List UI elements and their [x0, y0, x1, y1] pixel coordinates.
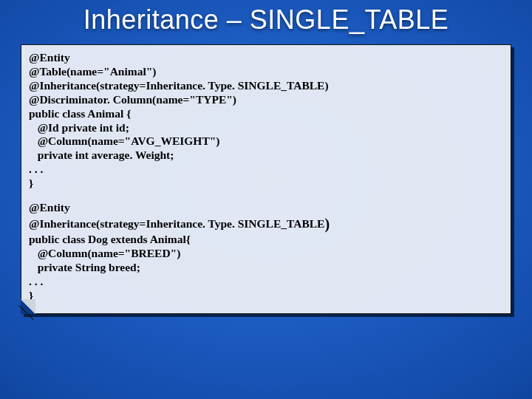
code-line: @Entity	[29, 201, 503, 215]
code-line: @Entity	[29, 51, 503, 65]
code-line: }	[29, 177, 503, 191]
code-line: private int average. Weight;	[29, 149, 503, 163]
code-line: @Table(name="Animal")	[29, 65, 503, 79]
code-line: }	[29, 289, 503, 303]
slide-title: Inheritance – SINGLE_TABLE	[30, 0, 502, 41]
code-line: @Id private int id;	[29, 121, 503, 135]
code-line: @Inheritance(strategy=Inheritance. Type.…	[29, 79, 503, 93]
blank-line	[29, 191, 503, 201]
code-line: private String breed;	[29, 261, 503, 275]
code-line: public class Animal {	[29, 107, 503, 121]
code-line: @Discriminator. Column(name="TYPE")	[29, 93, 503, 107]
code-block: @Entity @Table(name="Animal") @Inheritan…	[21, 44, 511, 314]
code-line: @Column(name="BREED")	[29, 247, 503, 261]
code-line: . . .	[29, 275, 503, 289]
page-fold	[21, 299, 35, 314]
code-line: @Inheritance(strategy=Inheritance. Type.…	[29, 215, 503, 233]
code-line: . . .	[29, 163, 503, 177]
code-text: )	[324, 216, 330, 232]
code-line: @Column(name="AVG_WEIGHT")	[29, 134, 503, 149]
code-line: public class Dog extends Animal{	[29, 233, 503, 247]
code-text: @Inheritance(strategy=Inheritance. Type.…	[29, 217, 324, 230]
